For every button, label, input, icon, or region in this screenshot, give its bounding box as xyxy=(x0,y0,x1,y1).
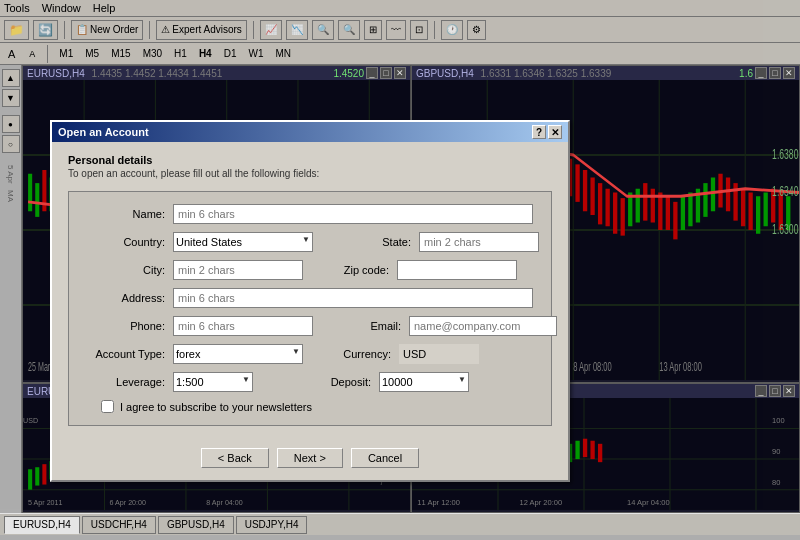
sidebar-down[interactable]: ▼ xyxy=(2,89,20,107)
svg-rect-213 xyxy=(598,444,602,462)
toolbar-chart1[interactable]: 📈 xyxy=(260,20,282,40)
tf-m15[interactable]: M15 xyxy=(108,47,133,60)
account-type-select[interactable]: forex cfd xyxy=(173,344,303,364)
tf-d1[interactable]: D1 xyxy=(221,47,240,60)
state-input[interactable] xyxy=(419,232,539,252)
toolbar: 📁 🔄 📋 New Order ⚠ Expert Advisors 📈 📉 🔍 … xyxy=(0,17,800,43)
svg-rect-145 xyxy=(42,464,46,484)
newsletter-label: I agree to subscribe to your newsletters xyxy=(120,401,312,413)
phone-input[interactable] xyxy=(173,316,313,336)
phone-label: Phone: xyxy=(85,320,165,332)
sidebar-icon2[interactable]: ○ xyxy=(2,135,20,153)
svg-rect-143 xyxy=(28,469,32,489)
form-area: Name: Country: United States United King… xyxy=(68,191,552,426)
toolbar-chart2[interactable]: 📉 xyxy=(286,20,308,40)
svg-rect-210 xyxy=(575,441,579,459)
email-input[interactable] xyxy=(409,316,557,336)
eurusd-chart-header: EURUSD,H4 1.4435 1.4452 1.4434 1.4451 1.… xyxy=(23,66,410,80)
country-state-row: Country: United States United Kingdom Ge… xyxy=(85,232,535,252)
modal-content: Personal details To open an account, ple… xyxy=(52,142,568,438)
currency-value: USD xyxy=(399,344,479,364)
next-button[interactable]: Next > xyxy=(277,448,343,468)
svg-text:8 Apr 04:00: 8 Apr 04:00 xyxy=(206,499,242,507)
tf-m5[interactable]: M5 xyxy=(82,47,102,60)
gbpusd-minimize[interactable]: _ xyxy=(755,67,767,79)
toolbar-grid[interactable]: ⊞ xyxy=(364,20,382,40)
taskbar-tab-eurusd[interactable]: EURUSD,H4 xyxy=(4,516,80,534)
tf-h1[interactable]: H1 xyxy=(171,47,190,60)
svg-rect-103 xyxy=(606,189,610,227)
modal-titlebar: Open an Account ? ✕ xyxy=(52,122,568,142)
toolbar-clock[interactable]: 🕐 xyxy=(441,20,463,40)
svg-rect-9 xyxy=(28,174,32,212)
svg-rect-124 xyxy=(764,193,768,227)
leverage-select[interactable]: 1:500 1:200 1:100 xyxy=(173,372,253,392)
tf-mn[interactable]: MN xyxy=(272,47,294,60)
name-label: Name: xyxy=(85,208,165,220)
eurusd-chart-title: EURUSD,H4 1.4435 1.4452 1.4434 1.4451 xyxy=(27,68,222,79)
toolbar-icon1[interactable]: 📁 xyxy=(4,20,29,40)
svg-rect-212 xyxy=(590,441,594,459)
svg-text:6 Apr 20:00: 6 Apr 20:00 xyxy=(110,499,146,507)
modal-help-button[interactable]: ? xyxy=(532,125,546,139)
country-select-wrapper: United States United Kingdom Germany xyxy=(173,232,313,252)
toolbar-icon2[interactable]: 🔄 xyxy=(33,20,58,40)
menu-tools[interactable]: Tools xyxy=(4,2,30,14)
svg-rect-110 xyxy=(658,193,662,231)
accounttype-currency-row: Account Type: forex cfd Currency: USD xyxy=(85,344,535,364)
tf-h4[interactable]: H4 xyxy=(196,47,215,60)
toolbar-settings[interactable]: ⚙ xyxy=(467,20,486,40)
eurusd-maximize[interactable]: □ xyxy=(380,67,392,79)
sidebar-icon1[interactable]: ● xyxy=(2,115,20,133)
newsletter-checkbox[interactable] xyxy=(101,400,114,413)
cancel-button[interactable]: Cancel xyxy=(351,448,419,468)
svg-text:80: 80 xyxy=(772,478,780,487)
svg-text:14 Apr 04:00: 14 Apr 04:00 xyxy=(627,498,670,507)
address-input[interactable] xyxy=(173,288,533,308)
taskbar-tab-usdjpy[interactable]: USDJPY,H4 xyxy=(236,516,308,534)
svg-rect-144 xyxy=(35,467,39,485)
tf-w1[interactable]: W1 xyxy=(245,47,266,60)
svg-rect-114 xyxy=(688,193,692,227)
toolbar-indicator[interactable]: 〰 xyxy=(386,20,406,40)
toolbar-zoom-in[interactable]: 🔍 xyxy=(312,20,334,40)
gbpusd-maximize[interactable]: □ xyxy=(769,67,781,79)
eurusd-minimize[interactable]: _ xyxy=(366,67,378,79)
name-input[interactable] xyxy=(173,204,533,224)
toolbar-zoom-out[interactable]: 🔍 xyxy=(338,20,360,40)
leverage-select-wrapper: 1:500 1:200 1:100 xyxy=(173,372,253,392)
state-label: State: xyxy=(351,236,411,248)
menu-window[interactable]: Window xyxy=(42,2,81,14)
eurusd-close[interactable]: ✕ xyxy=(394,67,406,79)
svg-text:12 Apr 20:00: 12 Apr 20:00 xyxy=(520,498,563,507)
toolbar-template[interactable]: ⊡ xyxy=(410,20,428,40)
tf-m30[interactable]: M30 xyxy=(140,47,165,60)
country-select[interactable]: United States United Kingdom Germany xyxy=(173,232,313,252)
address-row: Address: xyxy=(85,288,535,308)
back-button[interactable]: < Back xyxy=(201,448,269,468)
deposit-select[interactable]: 10000 5000 xyxy=(379,372,469,392)
phone-email-row: Phone: Email: xyxy=(85,316,535,336)
expert-advisors-button[interactable]: ⚠ Expert Advisors xyxy=(156,20,246,40)
city-input[interactable] xyxy=(173,260,303,280)
sidebar-up[interactable]: ▲ xyxy=(2,69,20,87)
menu-help[interactable]: Help xyxy=(93,2,116,14)
modal-title: Open an Account xyxy=(58,126,149,138)
modal-close-button[interactable]: ✕ xyxy=(548,125,562,139)
zipcode-input[interactable] xyxy=(397,260,517,280)
country-label: Country: xyxy=(85,236,165,248)
svg-rect-107 xyxy=(636,189,640,223)
bottom-right-minimize[interactable]: _ xyxy=(755,385,767,397)
new-order-button[interactable]: 📋 New Order xyxy=(71,20,143,40)
menu-bar: Tools Window Help xyxy=(0,0,800,17)
svg-rect-211 xyxy=(583,439,587,457)
svg-text:13 Apr 08:00: 13 Apr 08:00 xyxy=(659,358,702,373)
svg-text:8 Apr 08:00: 8 Apr 08:00 xyxy=(573,358,611,373)
bottom-right-close[interactable]: ✕ xyxy=(783,385,795,397)
tf-m1[interactable]: M1 xyxy=(56,47,76,60)
gbpusd-close[interactable]: ✕ xyxy=(783,67,795,79)
svg-rect-104 xyxy=(613,193,617,234)
taskbar-tab-gbpusd[interactable]: GBPUSD,H4 xyxy=(158,516,234,534)
bottom-right-maximize[interactable]: □ xyxy=(769,385,781,397)
taskbar-tab-usdchf[interactable]: USDCHF,H4 xyxy=(82,516,156,534)
